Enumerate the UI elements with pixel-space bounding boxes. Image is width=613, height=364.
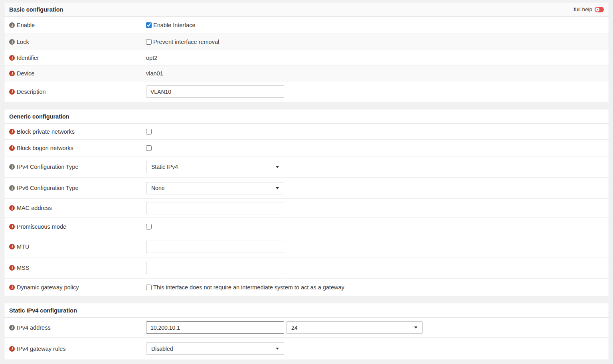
info-icon[interactable] (9, 71, 15, 76)
enable-interface-checkbox[interactable] (146, 22, 152, 28)
row-mtu: MTU (4, 236, 609, 257)
generic-configuration-section: Generic configuration Block private netw… (4, 109, 609, 296)
toggle-icon[interactable] (595, 7, 604, 12)
mac-address-input[interactable] (146, 202, 284, 214)
info-icon[interactable] (9, 22, 15, 28)
info-icon[interactable] (9, 145, 15, 151)
chevron-down-icon (276, 166, 279, 168)
field-label: Enable (17, 22, 35, 28)
row-dynamic-gateway-policy: Dynamic gateway policy This interface do… (4, 279, 609, 296)
field-label: IPv4 Configuration Type (17, 164, 79, 170)
info-icon[interactable] (9, 55, 15, 61)
description-input[interactable] (146, 85, 284, 98)
basic-configuration-header: Basic configuration full help (4, 2, 609, 17)
row-block-bogon-networks: Block bogon networks (4, 140, 609, 156)
info-icon[interactable] (9, 224, 15, 229)
block-bogon-networks-checkbox[interactable] (146, 145, 152, 151)
info-icon[interactable] (9, 346, 15, 352)
ipv6-configuration-type-select[interactable]: None (146, 182, 284, 194)
basic-configuration-section: Basic configuration full help Enable Ena… (4, 2, 609, 102)
selected-value: 24 (291, 324, 298, 331)
info-icon[interactable] (9, 205, 15, 211)
row-device: Device vlan01 (4, 66, 609, 81)
static-ipv4-configuration-section: Static IPv4 configuration IPv4 address 2… (4, 303, 609, 360)
selected-value: Disabled (151, 346, 173, 352)
row-block-private-networks: Block private networks (4, 124, 609, 140)
row-ipv4-address: IPv4 address 24 (4, 318, 609, 338)
device-value: vlan01 (146, 70, 163, 77)
mss-input[interactable] (146, 262, 284, 274)
row-ipv6-configuration-type: IPv6 Configuration Type None (4, 178, 609, 199)
field-label: Block private networks (17, 129, 75, 135)
interface-settings-page: Basic configuration full help Enable Ena… (0, 0, 613, 360)
block-private-networks-checkbox[interactable] (146, 129, 152, 135)
lock-checkbox[interactable] (146, 39, 152, 45)
ipv4-cidr-select[interactable]: 24 (286, 321, 423, 334)
field-label: MAC address (17, 205, 52, 211)
selected-value: None (151, 185, 164, 191)
selected-value: Static IPv4 (151, 164, 178, 170)
full-help-toggle[interactable]: full help (573, 6, 604, 12)
row-promiscuous-mode: Promiscuous mode (4, 218, 609, 236)
row-description: Description (4, 81, 609, 102)
mtu-input[interactable] (146, 241, 284, 253)
field-label: MSS (17, 265, 29, 271)
field-label: Description (17, 89, 46, 95)
row-ipv4-gateway-rules: IPv4 gateway rules Disabled (4, 338, 609, 360)
field-label: MTU (17, 243, 29, 250)
info-icon[interactable] (9, 244, 15, 249)
field-label: IPv4 address (17, 324, 51, 331)
info-icon[interactable] (9, 325, 15, 330)
row-mac-address: MAC address (4, 199, 609, 218)
promiscuous-mode-checkbox[interactable] (146, 224, 152, 229)
dynamic-gateway-policy-checkbox[interactable] (146, 285, 152, 290)
row-lock: Lock Prevent interface removal (4, 34, 609, 50)
field-label: Dynamic gateway policy (17, 284, 79, 291)
info-icon[interactable] (9, 265, 15, 271)
chevron-down-icon (414, 326, 417, 328)
info-icon[interactable] (9, 185, 15, 191)
chevron-down-icon (276, 348, 279, 350)
ipv4-address-input[interactable] (146, 321, 284, 334)
static-ipv4-configuration-header: Static IPv4 configuration (4, 303, 609, 318)
identifier-value: opt2 (146, 55, 157, 61)
section-title: Generic configuration (9, 113, 69, 120)
checkbox-label: Prevent interface removal (153, 39, 219, 45)
field-label: Promiscuous mode (17, 224, 66, 230)
info-icon[interactable] (9, 39, 15, 45)
section-title: Basic configuration (9, 6, 63, 13)
ipv4-configuration-type-select[interactable]: Static IPv4 (146, 161, 284, 173)
field-label: Device (17, 70, 34, 77)
field-label: IPv4 gateway rules (17, 346, 66, 352)
chevron-down-icon (276, 187, 279, 189)
checkbox-label: Enable Interface (153, 22, 196, 28)
field-label: IPv6 Configuration Type (17, 185, 79, 191)
info-icon[interactable] (9, 129, 15, 135)
full-help-label: full help (573, 6, 592, 12)
ipv4-gateway-rules-select[interactable]: Disabled (146, 342, 284, 355)
section-title: Static IPv4 configuration (9, 307, 77, 314)
info-icon[interactable] (9, 285, 15, 290)
field-label: Identifier (17, 55, 39, 61)
checkbox-label: This interface does not require an inter… (153, 284, 344, 291)
generic-configuration-header: Generic configuration (4, 109, 609, 124)
field-label: Block bogon networks (17, 145, 73, 151)
info-icon[interactable] (9, 164, 15, 170)
info-icon[interactable] (9, 89, 15, 95)
field-label: Lock (17, 39, 29, 45)
row-mss: MSS (4, 257, 609, 279)
row-enable: Enable Enable Interface (4, 17, 609, 34)
row-ipv4-configuration-type: IPv4 Configuration Type Static IPv4 (4, 156, 609, 178)
row-identifier: Identifier opt2 (4, 50, 609, 66)
